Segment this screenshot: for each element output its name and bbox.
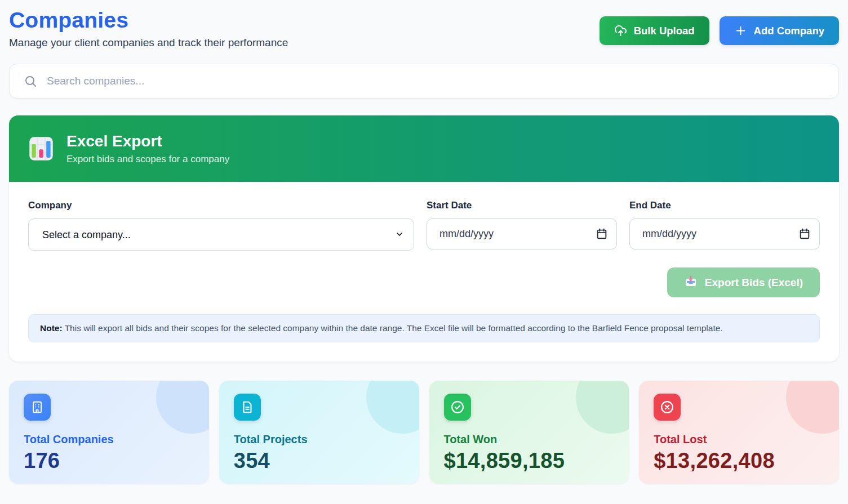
page-subtitle: Manage your client companies and track t…: [9, 37, 288, 49]
stat-value: $14,859,185: [444, 449, 615, 473]
decorative-circle: [366, 381, 419, 434]
add-company-button[interactable]: Add Company: [720, 16, 839, 45]
page-container: Companies Manage your client companies a…: [0, 0, 848, 494]
stat-label: Total Won: [444, 433, 615, 446]
bulk-upload-button[interactable]: Bulk Upload: [600, 16, 709, 45]
export-bids-button[interactable]: Export Bids (Excel): [667, 267, 820, 297]
stats-grid: Total Companies 176 Total Projects 354: [9, 381, 839, 484]
check-circle-icon: [444, 394, 471, 421]
stat-card-total-won: Total Won $14,859,185: [429, 381, 629, 484]
plus-icon: [734, 24, 747, 37]
stat-card-total-companies: Total Companies 176: [9, 381, 209, 484]
excel-export-card: Excel Export Export bids and scopes for …: [9, 115, 839, 362]
bar-chart-icon: [28, 136, 54, 162]
page-header: Companies Manage your client companies a…: [9, 7, 839, 49]
start-date-input[interactable]: [427, 218, 617, 249]
header-actions: Bulk Upload Add Company: [600, 16, 839, 45]
inbox-tray-icon: [684, 274, 698, 291]
stat-value: 354: [234, 449, 405, 473]
page-title: Companies: [9, 8, 288, 33]
decorative-circle: [156, 381, 209, 434]
end-date-label: End Date: [629, 200, 820, 211]
company-select[interactable]: Select a company...: [28, 218, 414, 251]
decorative-circle: [786, 381, 839, 434]
stat-value: 176: [24, 449, 194, 473]
excel-export-subtitle: Export bids and scopes for a company: [66, 154, 229, 165]
export-note: Note: This will export all bids and thei…: [28, 314, 820, 342]
company-label: Company: [28, 200, 414, 211]
search-icon: [24, 74, 37, 90]
end-date-input[interactable]: [629, 218, 820, 249]
start-date-field-group: Start Date: [427, 200, 617, 251]
bulk-upload-label: Bulk Upload: [634, 25, 695, 37]
x-circle-icon: [654, 394, 681, 421]
stat-card-total-lost: Total Lost $13,262,408: [639, 381, 839, 484]
stat-label: Total Lost: [654, 433, 824, 446]
start-date-wrap: [427, 218, 617, 249]
stat-label: Total Companies: [24, 433, 194, 446]
excel-export-body: Company Select a company... Start Da: [9, 182, 839, 362]
stat-value: $13,262,408: [654, 449, 824, 473]
note-text: This will export all bids and their scop…: [63, 323, 723, 333]
calendar-icon[interactable]: [596, 228, 608, 242]
search-bar: [9, 64, 839, 99]
note-label: Note:: [40, 323, 63, 333]
excel-export-title: Excel Export: [66, 132, 229, 150]
end-date-wrap: [629, 218, 820, 249]
upload-cloud-icon: [614, 24, 627, 37]
add-company-label: Add Company: [754, 25, 824, 37]
stat-card-total-projects: Total Projects 354: [219, 381, 419, 484]
excel-export-heading-group: Excel Export Export bids and scopes for …: [66, 132, 229, 165]
document-icon: [234, 394, 261, 421]
start-date-label: Start Date: [427, 200, 617, 211]
end-date-field-group: End Date: [629, 200, 820, 251]
company-select-wrap: Select a company...: [28, 218, 414, 251]
search-input[interactable]: [9, 64, 839, 99]
excel-export-header: Excel Export Export bids and scopes for …: [9, 115, 839, 182]
stat-label: Total Projects: [234, 433, 405, 446]
building-icon: [24, 394, 51, 421]
company-field-group: Company Select a company...: [28, 200, 414, 251]
export-actions: Export Bids (Excel): [28, 267, 820, 297]
export-form: Company Select a company... Start Da: [28, 200, 820, 251]
calendar-icon[interactable]: [798, 228, 811, 242]
export-bids-label: Export Bids (Excel): [705, 276, 803, 289]
decorative-circle: [576, 381, 629, 434]
page-heading-group: Companies Manage your client companies a…: [9, 7, 288, 49]
